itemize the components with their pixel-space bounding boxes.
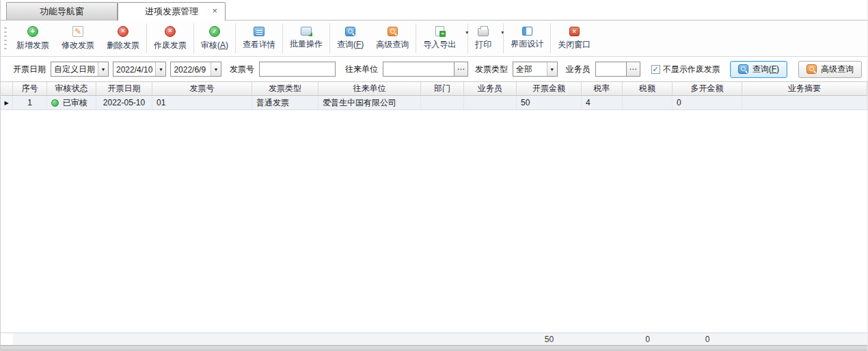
dropdown-arrow-icon[interactable]: ▼ bbox=[155, 62, 165, 76]
column-header-invoice-type[interactable]: 发票类型 bbox=[252, 82, 318, 95]
cell-salesperson bbox=[464, 96, 517, 109]
audit-button[interactable]: ✓ 审核(A) bbox=[195, 23, 234, 54]
column-header-salesperson[interactable]: 业务员 bbox=[464, 82, 517, 95]
filter-advanced-query-button[interactable]: 高级查询 bbox=[798, 61, 862, 78]
toolbar-separator bbox=[282, 23, 283, 53]
toolbar-separator bbox=[193, 23, 194, 53]
date-mode-select[interactable]: 自定义日期 ▼ bbox=[51, 62, 109, 77]
invoice-date-label: 开票日期 bbox=[13, 64, 46, 75]
counterparty-lookup-button[interactable]: … bbox=[455, 62, 468, 77]
import-export-button[interactable]: 导入导出 ▾ bbox=[417, 23, 467, 53]
cell-extra-amount: 0 bbox=[673, 96, 742, 109]
pencil-icon: ✎ bbox=[72, 26, 83, 37]
grid-empty-area bbox=[1, 110, 867, 333]
toolbar: + 新增发票 ✎ 修改发票 ✕ 删除发票 ✕ 作废发票 ✓ 审核(A) 查看详情 bbox=[1, 21, 867, 57]
close-tab-icon[interactable]: × bbox=[212, 6, 217, 15]
horizontal-scrollbar-track[interactable] bbox=[1, 346, 867, 351]
column-header-amount[interactable]: 开票金额 bbox=[517, 82, 582, 95]
invoice-type-select[interactable]: 全部 ▼ bbox=[513, 62, 558, 77]
column-header-tax-rate[interactable]: 税率 bbox=[582, 82, 623, 95]
print-label: 打印 bbox=[475, 39, 491, 51]
edit-invoice-button[interactable]: ✎ 修改发票 bbox=[55, 23, 100, 54]
filter-advanced-query-label: 高级查询 bbox=[821, 64, 854, 75]
toolbar-grip bbox=[4, 27, 7, 49]
date-from-picker[interactable]: 2022/4/10 ▼ bbox=[113, 62, 166, 77]
void-invoice-button[interactable]: ✕ 作废发票 bbox=[148, 23, 193, 54]
column-header-no[interactable]: 序号 bbox=[13, 82, 47, 95]
table-row[interactable]: ▶ 1 已审核 2022-05-10 01 普通发票 爱普生中国有限公司 50 … bbox=[1, 96, 867, 110]
cell-amount: 50 bbox=[517, 96, 582, 109]
query-button[interactable]: 查询(F) bbox=[331, 24, 370, 53]
toolbar-separator bbox=[503, 23, 504, 53]
edit-invoice-label: 修改发票 bbox=[62, 40, 94, 51]
column-header-extra-amount[interactable]: 多开金额 bbox=[673, 82, 742, 95]
cell-counterparty: 爱普生中国有限公司 bbox=[318, 96, 421, 109]
advanced-query-button[interactable]: 高级查询 bbox=[370, 24, 415, 53]
salesperson-label: 业务员 bbox=[566, 64, 591, 75]
ui-design-icon bbox=[522, 27, 532, 36]
cell-department bbox=[421, 96, 464, 109]
invoice-number-label: 发票号 bbox=[230, 64, 254, 75]
counterparty-label: 往来单位 bbox=[345, 64, 378, 75]
batch-operations-label: 批量操作 bbox=[290, 38, 323, 50]
dropdown-arrow-icon[interactable]: ▼ bbox=[211, 62, 221, 76]
add-invoice-button[interactable]: + 新增发票 bbox=[10, 23, 55, 54]
import-export-label: 导入导出 bbox=[423, 39, 456, 51]
invoice-number-input[interactable] bbox=[259, 62, 336, 77]
column-header-summary[interactable]: 业务摘要 bbox=[742, 82, 867, 95]
tab-function-navigation-label: 功能导航窗 bbox=[40, 5, 84, 18]
close-window-label: 关闭窗口 bbox=[558, 39, 591, 51]
view-details-label: 查看详情 bbox=[243, 39, 275, 51]
delete-invoice-button[interactable]: ✕ 删除发票 bbox=[100, 23, 146, 54]
column-header-audit-status[interactable]: 审核状态 bbox=[47, 82, 96, 95]
current-row-marker-icon: ▶ bbox=[4, 100, 8, 106]
totals-row: 50 0 0 bbox=[1, 333, 867, 346]
grid-header-row: 序号 审核状态 开票日期 发票号 发票类型 往来单位 部门 业务员 开票金额 税… bbox=[1, 82, 867, 96]
cell-tax-amount bbox=[623, 96, 673, 109]
tab-input-invoice-management[interactable]: 进项发票管理 × bbox=[118, 2, 226, 21]
void-invoice-label: 作废发票 bbox=[154, 40, 187, 51]
column-header-counterparty[interactable]: 往来单位 bbox=[318, 82, 421, 95]
chevron-down-icon[interactable]: ▾ bbox=[465, 29, 468, 36]
column-header-tax-amount[interactable]: 税额 bbox=[623, 82, 673, 95]
counterparty-input[interactable] bbox=[383, 62, 455, 77]
row-indicator-header bbox=[1, 82, 13, 95]
search-icon bbox=[738, 64, 748, 74]
view-details-button[interactable]: 查看详情 bbox=[236, 24, 282, 53]
print-button[interactable]: 打印 ▾ bbox=[469, 23, 502, 53]
toolbar-separator bbox=[550, 23, 551, 53]
query-label: 查询(F) bbox=[337, 39, 364, 51]
ui-design-label: 界面设计 bbox=[511, 38, 543, 50]
audit-label: 审核(A) bbox=[201, 40, 228, 51]
close-window-icon: ✕ bbox=[569, 27, 580, 36]
ui-design-button[interactable]: 界面设计 bbox=[504, 24, 550, 53]
hide-void-checkbox[interactable]: ✓ bbox=[651, 65, 660, 74]
total-tax-amount: 0 bbox=[623, 335, 673, 344]
cell-tax-rate: 4 bbox=[582, 96, 623, 109]
audit-status-text: 已审核 bbox=[63, 97, 87, 109]
plus-icon: + bbox=[27, 26, 38, 37]
salesperson-input[interactable] bbox=[595, 62, 627, 77]
close-window-button[interactable]: ✕ 关闭窗口 bbox=[552, 24, 597, 53]
invoice-type-label: 发票类型 bbox=[475, 64, 508, 75]
cell-audit-status: 已审核 bbox=[47, 96, 96, 109]
filter-query-button[interactable]: 查询(F) bbox=[730, 61, 787, 78]
salesperson-lookup-button[interactable]: … bbox=[627, 62, 640, 77]
chevron-down-icon[interactable]: ▾ bbox=[501, 29, 504, 36]
details-icon bbox=[254, 27, 265, 36]
column-header-invoice-date[interactable]: 开票日期 bbox=[96, 82, 152, 95]
batch-operations-button[interactable]: 批量操作 bbox=[284, 24, 329, 53]
totals-indicator-cell bbox=[1, 333, 13, 345]
invoice-grid: 序号 审核状态 开票日期 发票号 发票类型 往来单位 部门 业务员 开票金额 税… bbox=[1, 82, 867, 351]
column-header-invoice-no[interactable]: 发票号 bbox=[152, 82, 252, 95]
dropdown-arrow-icon[interactable]: ▼ bbox=[547, 62, 557, 76]
dropdown-arrow-icon[interactable]: ▼ bbox=[98, 62, 108, 76]
tab-input-invoice-management-label: 进项发票管理 bbox=[145, 5, 198, 18]
delete-icon: ✕ bbox=[118, 26, 128, 37]
column-header-department[interactable]: 部门 bbox=[421, 82, 464, 95]
cell-invoice-no: 01 bbox=[152, 96, 252, 109]
tab-function-navigation[interactable]: 功能导航窗 bbox=[6, 2, 118, 20]
check-icon: ✓ bbox=[209, 26, 220, 37]
toolbar-separator bbox=[146, 23, 147, 53]
date-to-picker[interactable]: 2022/6/9 ▼ bbox=[170, 62, 221, 77]
